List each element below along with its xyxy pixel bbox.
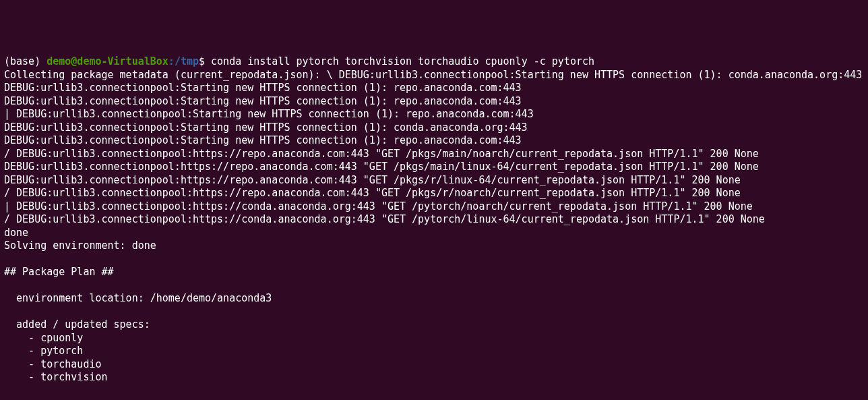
output-line: [4, 306, 864, 319]
output-line: - torchvision: [4, 371, 864, 384]
output-line: - pytorch: [4, 345, 864, 358]
prompt-env: (base): [4, 55, 46, 67]
command-text: conda install pytorch torchvision torcha…: [211, 55, 594, 67]
prompt-line: (base) demo@demo-VirtualBox:/tmp$ conda …: [4, 55, 864, 69]
output-line: | DEBUG:urllib3.connectionpool:Starting …: [4, 108, 864, 121]
output-line: DEBUG:urllib3.connectionpool:Starting ne…: [4, 82, 864, 95]
prompt-colon: :: [168, 55, 175, 67]
output-line: | DEBUG:urllib3.connectionpool:https://c…: [4, 200, 864, 214]
prompt-user: demo@demo-VirtualBox: [46, 55, 168, 67]
output-line: / DEBUG:urllib3.connectionpool:https://r…: [4, 148, 864, 161]
output-line: Collecting package metadata (current_rep…: [4, 69, 864, 82]
output-line: Solving environment: done: [4, 239, 864, 253]
output-line: [4, 279, 864, 293]
output-line: / DEBUG:urllib3.connectionpool:https://c…: [4, 213, 864, 227]
prompt-path: /tmp: [175, 55, 199, 67]
output-line: DEBUG:urllib3.connectionpool:Starting ne…: [4, 121, 864, 135]
output-line: done: [4, 227, 864, 240]
output-line: environment location: /home/demo/anacond…: [4, 292, 864, 306]
output-line: DEBUG:urllib3.connectionpool:https://rep…: [4, 174, 864, 188]
output-line: DEBUG:urllib3.connectionpool:Starting ne…: [4, 95, 864, 109]
output-line: / DEBUG:urllib3.connectionpool:https://r…: [4, 187, 864, 200]
output-line: - torchaudio: [4, 358, 864, 372]
output-line: [4, 253, 864, 266]
terminal-output[interactable]: (base) demo@demo-VirtualBox:/tmp$ conda …: [4, 55, 864, 384]
output-line: ## Package Plan ##: [4, 266, 864, 279]
prompt-dollar: $: [199, 55, 211, 67]
output-line: added / updated specs:: [4, 318, 864, 332]
output-line: - cpuonly: [4, 332, 864, 345]
output-line: DEBUG:urllib3.connectionpool:Starting ne…: [4, 134, 864, 148]
output-line: DEBUG:urllib3.connectionpool:https://rep…: [4, 161, 864, 174]
